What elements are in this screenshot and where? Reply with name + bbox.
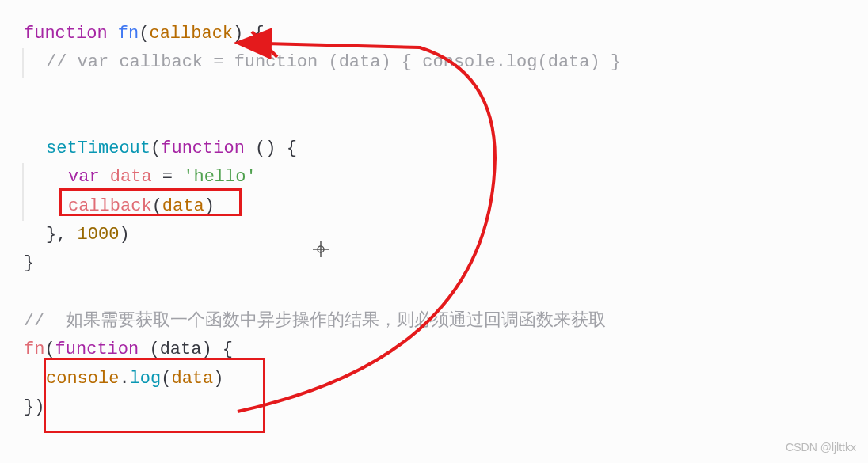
open-paren: ( [161, 369, 171, 389]
code-line-14: }) [24, 393, 844, 422]
comment: // var callback = function (data) { cons… [46, 52, 621, 72]
open-paren: ( [44, 340, 55, 359]
code-line-7: callback(data) [22, 192, 844, 221]
param-callback: callback [149, 24, 233, 44]
settimeout: setTimeout [46, 139, 150, 158]
fn-call: fn [24, 340, 44, 359]
code-line-4 [24, 106, 844, 135]
open-paren: ( [152, 196, 162, 216]
equals: = [152, 167, 184, 187]
number: 1000 [78, 225, 120, 245]
open-brace: { [276, 139, 296, 158]
params: (data) [139, 340, 211, 359]
code-line-1: function fn(callback) { [24, 20, 844, 48]
close-brace: } [46, 225, 56, 245]
code-line-13: console.log(data) [24, 365, 844, 393]
arg-data: data [162, 196, 204, 216]
keyword-var: var [68, 167, 100, 187]
close-brace: } [24, 253, 34, 273]
code-line-9: } [24, 249, 844, 278]
string-literal: 'hello' [183, 167, 256, 187]
keyword-function: function [161, 139, 245, 158]
code-line-5: setTimeout(function () { [24, 135, 844, 163]
code-line-8: }, 1000) [24, 221, 844, 249]
open-brace: { [243, 24, 264, 44]
comma: , [56, 225, 77, 245]
log-method: log [130, 369, 162, 389]
code-line-12: fn(function (data) { [24, 336, 844, 364]
code-line-11: // 如果需要获取一个函数中异步操作的结果，则必须通过回调函数来获取 [24, 307, 844, 336]
keyword-function: function [55, 340, 139, 359]
code-line-6: var data = 'hello' [22, 163, 844, 192]
watermark-text: CSDN @ljlttkx [786, 438, 856, 457]
cursor-crosshair-icon [313, 241, 329, 266]
callback-call: callback [68, 196, 152, 216]
close-paren: ) [213, 369, 223, 389]
close-paren: ) [233, 24, 243, 44]
code-line-3 [24, 78, 844, 106]
var-name: data [100, 167, 152, 187]
dot: . [119, 369, 129, 389]
close-paren: ) [119, 225, 129, 245]
close-brace: } [24, 397, 34, 417]
code-line-2: // var callback = function (data) { cons… [22, 48, 844, 77]
keyword-function: function [24, 24, 108, 44]
close-paren: ) [204, 196, 215, 216]
console: console [46, 369, 119, 389]
open-paren: ( [139, 24, 149, 44]
comment-chinese: // 如果需要获取一个函数中异步操作的结果，则必须通过回调函数来获取 [24, 311, 606, 331]
params: () [245, 139, 276, 158]
open-brace: { [212, 340, 233, 359]
arg-data: data [171, 369, 213, 389]
code-block: function fn(callback) { // var callback … [24, 20, 844, 422]
function-name: fn [118, 24, 139, 44]
code-line-10 [24, 279, 844, 307]
open-paren: ( [150, 139, 161, 158]
close-paren: ) [34, 397, 44, 417]
